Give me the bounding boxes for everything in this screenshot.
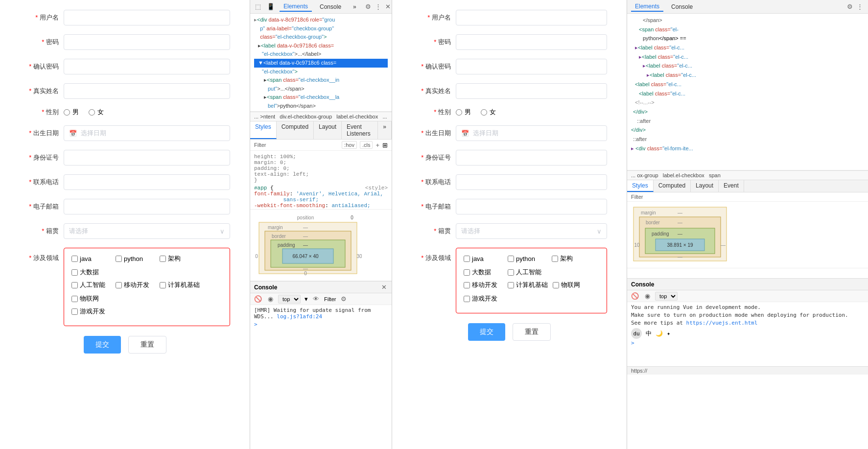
confirm-password-input[interactable] — [64, 59, 230, 74]
right-reset-button[interactable]: 重置 — [513, 323, 551, 341]
devtools-tab-more[interactable]: » — [349, 2, 360, 11]
r-confirm-password-input[interactable] — [456, 59, 607, 74]
phone-input[interactable] — [64, 174, 230, 190]
hometown-select[interactable]: 请选择 ∨ — [64, 223, 230, 239]
left-submit-button[interactable]: 提交 — [84, 336, 121, 354]
console-eye-icon[interactable]: 👁 — [312, 294, 320, 304]
devtools-settings-icon[interactable]: ⚙ — [364, 2, 372, 11]
r-cb-bigdata[interactable]: 大数据 — [464, 268, 503, 277]
username-input[interactable] — [64, 10, 230, 25]
r-cb-iot[interactable]: 物联网 — [553, 281, 592, 289]
r-idcard-input[interactable] — [456, 150, 607, 165]
r-cb-iot-input[interactable] — [553, 282, 559, 288]
r-style-tab-events[interactable]: Event — [719, 180, 744, 192]
cb-ai[interactable]: 人工智能 — [71, 281, 111, 289]
console-filter-toggle[interactable]: ◉ — [267, 294, 274, 304]
devtools-tab-elements[interactable]: Elements — [280, 2, 312, 12]
cb-jiagou-input[interactable] — [160, 256, 166, 262]
r-console-prompt[interactable]: > — [631, 340, 864, 346]
realname-input[interactable] — [64, 83, 230, 99]
devtools-mobile-icon[interactable]: 📱 — [266, 2, 276, 11]
r-birthday-input[interactable]: 📅 选择日期 — [456, 125, 607, 141]
password-input[interactable] — [64, 34, 230, 50]
birthday-input[interactable]: 📅 选择日期 — [64, 125, 230, 141]
r-cb-java[interactable]: java — [464, 254, 503, 263]
cb-jiagou[interactable]: 架构 — [160, 254, 199, 263]
cb-python-input[interactable] — [116, 256, 122, 262]
r-style-tab-computed[interactable]: Computed — [654, 180, 691, 192]
r-style-tab-styles[interactable]: Styles — [627, 180, 654, 192]
r-username-input[interactable] — [456, 10, 607, 25]
r-cb-bigdata-input[interactable] — [464, 269, 470, 276]
r-cb-ai[interactable]: 人工智能 — [508, 268, 547, 277]
cb-iot-input[interactable] — [71, 296, 78, 302]
r-cb-jiagou[interactable]: 架构 — [552, 254, 591, 263]
cb-game[interactable]: 游戏开发 — [71, 307, 111, 316]
left-filter-input[interactable] — [269, 142, 339, 148]
r-cb-jiagou-input[interactable] — [552, 256, 558, 262]
r-hometown-select[interactable]: 请选择 ∨ — [456, 223, 607, 239]
r-email-input[interactable] — [456, 199, 607, 214]
r-console-top-select[interactable]: top — [655, 292, 678, 301]
cb-cs[interactable]: 计算机基础 — [160, 281, 200, 289]
style-tab-computed[interactable]: Computed — [277, 121, 314, 139]
r-cb-game[interactable]: 游戏开发 — [464, 294, 503, 303]
r-devtools-tab-console[interactable]: Console — [667, 2, 697, 11]
filter-cls[interactable]: .cls — [360, 141, 373, 149]
cb-ai-input[interactable] — [71, 282, 78, 288]
cb-python[interactable]: python — [116, 254, 155, 263]
r-devtools-settings-icon[interactable]: ⚙ — [846, 2, 854, 11]
r-console-filter-toggle[interactable]: ◉ — [644, 291, 651, 301]
r-password-input[interactable] — [456, 34, 607, 50]
r-cb-mobile[interactable]: 移动开发 — [464, 281, 503, 289]
devtools-close-icon[interactable]: ✕ — [384, 2, 392, 11]
r-devtools-more-icon[interactable]: ⋮ — [856, 2, 864, 11]
console-clear-icon[interactable]: 🚫 — [253, 294, 263, 304]
console-settings-icon[interactable]: ⚙ — [340, 294, 348, 304]
r-cb-cs-input[interactable] — [508, 282, 514, 288]
r-cb-cs[interactable]: 计算机基础 — [508, 281, 548, 289]
tree-line-selected[interactable]: ▼<label data-v-0c9718c6 class= — [254, 59, 388, 68]
devtools-inspect-icon[interactable]: ⬚ — [254, 2, 262, 11]
console-prompt[interactable]: > — [254, 321, 388, 328]
cb-mobile-input[interactable] — [116, 282, 122, 288]
cb-mobile[interactable]: 移动开发 — [116, 281, 155, 289]
style-tab-more2[interactable]: » — [378, 121, 392, 139]
cb-game-input[interactable] — [71, 308, 78, 315]
style-tab-styles[interactable]: Styles — [250, 121, 277, 139]
cb-bigdata[interactable]: 大数据 — [71, 268, 111, 277]
left-reset-button[interactable]: 重置 — [128, 336, 166, 354]
r-console-link[interactable]: https://vuejs.ent.html — [686, 320, 758, 326]
console-close-icon[interactable]: ✕ — [380, 283, 388, 292]
gender-male[interactable]: 男 — [64, 108, 79, 117]
r-console-clear-icon[interactable]: 🚫 — [630, 291, 640, 301]
devtools-tab-console[interactable]: Console — [316, 2, 345, 11]
filter-hov[interactable]: :hov — [342, 141, 357, 149]
cb-bigdata-input[interactable] — [71, 269, 78, 276]
gender-female[interactable]: 女 — [89, 108, 104, 117]
devtools-more-icon[interactable]: ⋮ — [374, 2, 382, 11]
r-gender-female[interactable]: 女 — [481, 108, 496, 117]
right-submit-button[interactable]: 提交 — [468, 323, 505, 341]
r-style-tab-layout[interactable]: Layout — [691, 180, 719, 192]
gender-female-radio[interactable] — [89, 109, 95, 116]
r-cb-game-input[interactable] — [464, 296, 470, 302]
r-cb-java-input[interactable] — [464, 256, 470, 262]
cb-java-input[interactable] — [71, 256, 78, 262]
r-cb-mobile-input[interactable] — [464, 282, 470, 288]
idcard-input[interactable] — [64, 150, 230, 165]
r-gender-female-radio[interactable] — [481, 109, 487, 116]
email-input[interactable] — [64, 199, 230, 214]
cb-iot[interactable]: 物联网 — [71, 294, 111, 303]
filter-plus[interactable]: + — [375, 142, 379, 149]
console-log-link[interactable]: log.js?1afd:24 — [277, 313, 322, 320]
r-cb-python[interactable]: python — [508, 254, 547, 263]
cb-cs-input[interactable] — [160, 282, 166, 288]
right-filter-input[interactable] — [646, 194, 864, 200]
r-gender-male-radio[interactable] — [456, 109, 462, 116]
style-tab-layout[interactable]: Layout — [314, 121, 342, 139]
r-cb-python-input[interactable] — [508, 256, 514, 262]
r-realname-input[interactable] — [456, 83, 607, 99]
style-tab-events[interactable]: Event Listeners — [342, 121, 378, 139]
r-devtools-tab-elements[interactable]: Elements — [631, 2, 663, 12]
